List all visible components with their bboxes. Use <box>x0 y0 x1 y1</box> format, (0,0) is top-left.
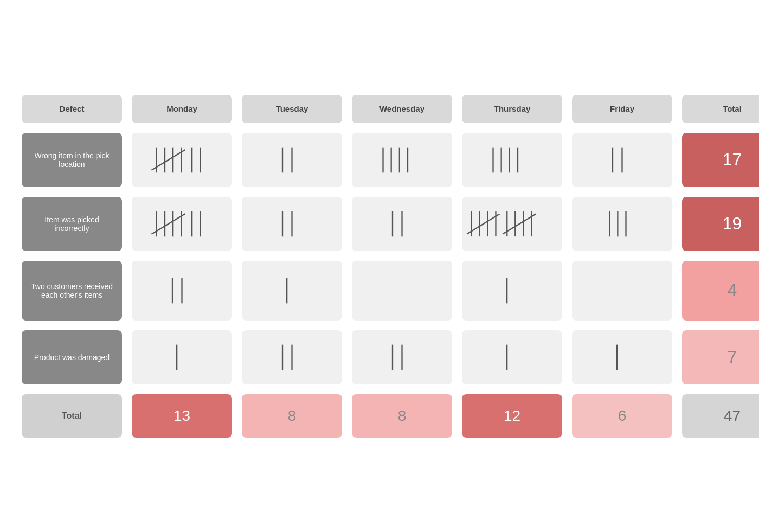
tally-row2-fri <box>572 197 672 251</box>
total-row-label: Total <box>22 394 122 438</box>
header-thursday: Thursday <box>462 95 562 123</box>
tally-svg <box>352 141 452 179</box>
tally-svg <box>132 141 232 179</box>
defect-label-2: Item was picked incorrectly <box>22 197 122 251</box>
defect-label-3: Two customers received each other's item… <box>22 261 122 321</box>
tally-svg <box>572 205 672 243</box>
tally-svg <box>462 338 562 376</box>
tally-svg <box>242 141 342 179</box>
tally-svg <box>462 141 562 179</box>
total-row3: 4 <box>682 261 759 321</box>
tally-svg <box>132 338 232 376</box>
tally-svg <box>462 205 562 243</box>
tally-row1-wed <box>352 133 452 187</box>
tally-svg <box>352 338 452 376</box>
total-monday: 13 <box>132 394 232 438</box>
header-wednesday: Wednesday <box>352 95 452 123</box>
header-monday: Monday <box>132 95 232 123</box>
total-row1: 17 <box>682 133 759 187</box>
tally-svg <box>572 141 672 179</box>
tally-row2-tue <box>242 197 342 251</box>
tally-row1-tue <box>242 133 342 187</box>
tally-svg <box>462 272 562 310</box>
defect-label-4: Product was damaged <box>22 330 122 384</box>
defect-label-1: Wrong item in the pick location <box>22 133 122 187</box>
header-defect: Defect <box>22 95 122 123</box>
tally-row3-thu <box>462 261 562 321</box>
tally-svg <box>132 205 232 243</box>
tally-svg <box>132 272 232 310</box>
total-friday: 6 <box>572 394 672 438</box>
tally-row4-thu <box>462 330 562 384</box>
tally-row4-mon <box>132 330 232 384</box>
tally-row3-wed <box>352 261 452 321</box>
tally-svg <box>242 205 342 243</box>
tally-svg <box>242 338 342 376</box>
tally-row3-mon <box>132 261 232 321</box>
total-row4: 7 <box>682 330 759 384</box>
tally-row4-fri <box>572 330 672 384</box>
tally-row1-thu <box>462 133 562 187</box>
header-friday: Friday <box>572 95 672 123</box>
defect-table: Defect Monday Tuesday Wednesday Thursday… <box>22 95 737 438</box>
grid: Defect Monday Tuesday Wednesday Thursday… <box>22 95 737 438</box>
tally-row4-tue <box>242 330 342 384</box>
tally-row4-wed <box>352 330 452 384</box>
tally-row1-mon <box>132 133 232 187</box>
tally-row2-wed <box>352 197 452 251</box>
tally-svg <box>572 338 672 376</box>
header-tuesday: Tuesday <box>242 95 342 123</box>
total-grand: 47 <box>682 394 759 438</box>
header-total: Total <box>682 95 759 123</box>
total-wednesday: 8 <box>352 394 452 438</box>
tally-row2-thu <box>462 197 562 251</box>
tally-row3-tue <box>242 261 342 321</box>
total-thursday: 12 <box>462 394 562 438</box>
tally-svg <box>242 272 342 310</box>
tally-row1-fri <box>572 133 672 187</box>
total-row2: 19 <box>682 197 759 251</box>
tally-row2-mon <box>132 197 232 251</box>
tally-row3-fri <box>572 261 672 321</box>
tally-svg <box>352 205 452 243</box>
total-tuesday: 8 <box>242 394 342 438</box>
